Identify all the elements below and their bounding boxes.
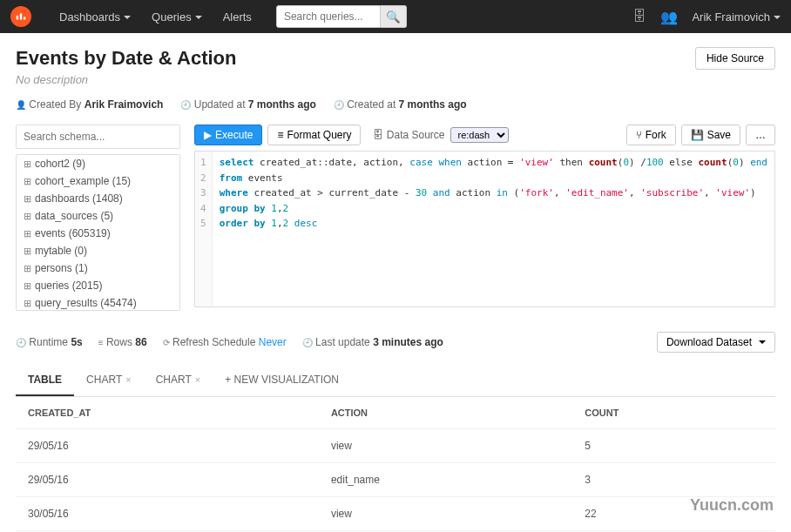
logo-icon — [15, 10, 27, 23]
schema-item[interactable]: ⊞cohort2 (9) — [17, 155, 179, 172]
rows-icon: ≡ — [98, 338, 104, 347]
results-table: CREATED_AT ACTION COUNT 29/05/16view5 29… — [16, 397, 775, 532]
format-button[interactable]: ≡Format Query — [267, 125, 361, 145]
table-row: 29/05/16edit_name3 — [16, 463, 775, 497]
execute-button[interactable]: ▶Execute — [194, 125, 262, 145]
table-icon: ⊞ — [24, 263, 31, 274]
chevron-down-icon — [195, 16, 202, 19]
close-icon[interactable]: × — [125, 374, 131, 385]
schema-item[interactable]: ⊞queries (2015) — [17, 277, 179, 294]
chevron-down-icon — [759, 340, 766, 344]
stats-row: 🕘 Runtime 5s ≡ Rows 86 ⟳ Refresh Schedul… — [16, 332, 775, 353]
schema-item[interactable]: ⊞events (605319) — [17, 225, 179, 242]
user-menu[interactable]: Arik Fraimovich — [692, 10, 781, 24]
top-navbar: Dashboards Queries Alerts 🔍 🗄 👥 Arik Fra… — [0, 0, 791, 33]
save-button[interactable]: 💾Save — [681, 125, 740, 145]
search-input[interactable] — [276, 5, 381, 28]
tab-chart-1[interactable]: CHART× — [74, 365, 144, 396]
fork-icon: ⑂ — [636, 129, 642, 141]
chevron-down-icon — [124, 16, 131, 19]
clock-icon: 🕘 — [302, 338, 313, 347]
database-icon[interactable]: 🗄 — [632, 9, 646, 24]
page-description: No description — [16, 73, 775, 86]
save-icon: 💾 — [691, 129, 704, 141]
meta-row: 👤 Created By Arik Fraimovich 🕘 Updated a… — [16, 98, 775, 111]
app-logo[interactable] — [10, 6, 31, 27]
schema-item[interactable]: ⊞data_sources (5) — [17, 207, 179, 225]
query-panel: ▶Execute ≡Format Query 🗄 Data Source re:… — [194, 125, 775, 311]
tab-chart-2[interactable]: CHART× — [144, 365, 213, 396]
table-icon: ⊞ — [24, 280, 31, 292]
nav-queries[interactable]: Queries — [141, 3, 213, 30]
close-icon[interactable]: × — [195, 374, 200, 385]
chevron-down-icon — [774, 16, 781, 19]
table-icon: ⊞ — [24, 176, 31, 187]
search-icon: 🔍 — [386, 10, 401, 24]
nav-links: Dashboards Queries Alerts — [49, 3, 262, 30]
watermark: Yuucn.com — [690, 496, 774, 515]
datasource-label: 🗄 Data Source — [373, 129, 444, 141]
user-icon: 👤 — [16, 100, 26, 110]
schema-item[interactable]: ⊞query_results (45474) — [17, 294, 179, 311]
schema-item[interactable]: ⊞cohort_example (15) — [17, 172, 179, 190]
indent-icon: ≡ — [277, 129, 283, 141]
hide-source-button[interactable]: Hide Source — [695, 47, 775, 70]
clock-icon: 🕘 — [16, 338, 26, 347]
table-icon: ⊞ — [24, 228, 31, 239]
table-row: 30/05/16view22 — [16, 497, 775, 531]
sql-editor[interactable]: 12345 select created_at::date, action, c… — [194, 151, 775, 307]
schema-list: ⊞cohort2 (9) ⊞cohort_example (15) ⊞dashb… — [16, 154, 180, 311]
table-icon: ⊞ — [24, 298, 31, 309]
schema-panel: ⊞cohort2 (9) ⊞cohort_example (15) ⊞dashb… — [16, 125, 180, 311]
nav-dashboards[interactable]: Dashboards — [49, 3, 141, 30]
users-icon[interactable]: 👥 — [660, 9, 678, 25]
search-button[interactable]: 🔍 — [381, 5, 407, 28]
fork-button[interactable]: ⑂Fork — [626, 125, 676, 145]
database-icon: 🗄 — [373, 129, 383, 141]
clock-icon: 🕘 — [334, 100, 344, 110]
tab-table[interactable]: TABLE — [16, 365, 74, 396]
clock-icon: 🕘 — [180, 100, 191, 110]
refresh-icon: ⟳ — [163, 338, 170, 347]
column-header[interactable]: ACTION — [319, 397, 572, 429]
play-icon: ▶ — [204, 129, 212, 141]
query-toolbar: ▶Execute ≡Format Query 🗄 Data Source re:… — [194, 125, 775, 145]
download-button[interactable]: Download Dataset — [657, 332, 775, 353]
schema-item[interactable]: ⊞mytable (0) — [17, 242, 179, 259]
refresh-schedule-link[interactable]: Never — [259, 336, 287, 348]
page-title: Events by Date & Action — [16, 47, 236, 70]
table-icon: ⊞ — [24, 158, 31, 170]
tab-new-visualization[interactable]: + NEW VISUALIZATION — [213, 365, 351, 396]
schema-item[interactable]: ⊞dashboards (1408) — [17, 190, 179, 207]
datasource-select[interactable]: re:dash — [450, 127, 509, 143]
visualization-tabs: TABLE CHART× CHART× + NEW VISUALIZATION — [16, 365, 775, 397]
nav-alerts[interactable]: Alerts — [213, 3, 262, 30]
table-icon: ⊞ — [24, 193, 31, 205]
column-header[interactable]: COUNT — [572, 397, 775, 429]
schema-search-input[interactable] — [16, 125, 180, 149]
table-row: 29/05/16view5 — [16, 429, 775, 463]
schema-item[interactable]: ⊞persons (1) — [17, 259, 179, 277]
column-header[interactable]: CREATED_AT — [16, 397, 319, 429]
table-icon: ⊞ — [24, 246, 31, 257]
table-icon: ⊞ — [24, 211, 31, 222]
code-content[interactable]: select created_at::date, action, case wh… — [213, 152, 774, 306]
line-gutter: 12345 — [195, 152, 213, 306]
more-button[interactable]: … — [746, 125, 775, 145]
